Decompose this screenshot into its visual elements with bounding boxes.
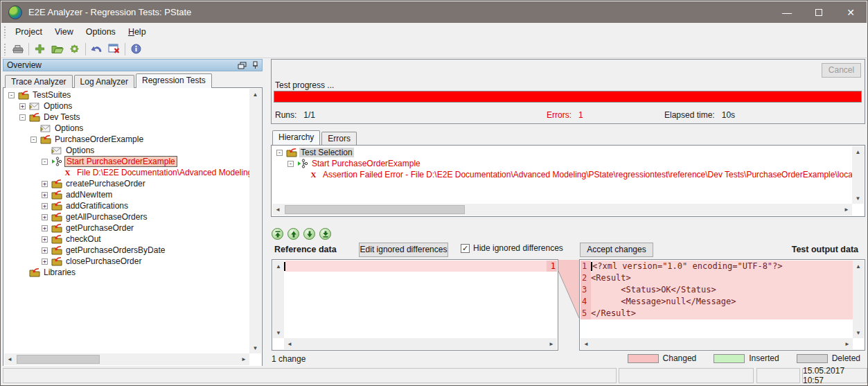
expand-icon[interactable]: + xyxy=(42,192,48,198)
scrollbar-thumb[interactable] xyxy=(285,205,465,214)
reference-vertical-scrollbar[interactable]: ▲ ▼ xyxy=(273,261,284,338)
tab-regression-tests[interactable]: Regression Tests xyxy=(136,73,212,88)
tree-item-options[interactable]: Options xyxy=(4,123,249,134)
undo-button[interactable] xyxy=(88,41,105,57)
results-vertical-scrollbar[interactable]: ▲ ▼ xyxy=(852,146,864,204)
suite-icon xyxy=(51,201,62,211)
results-horizontal-scrollbar[interactable]: ◄ ► xyxy=(272,204,852,216)
expand-icon[interactable]: + xyxy=(42,225,48,231)
tree-item-getpurchaseorder[interactable]: +getPurchaseOrder xyxy=(4,222,249,234)
tree-item-label: Libraries xyxy=(42,267,77,277)
open-folder-button[interactable] xyxy=(48,41,66,57)
scroll-right-icon[interactable]: ► xyxy=(238,354,249,365)
tree-item-addnewitem[interactable]: +addNewItem xyxy=(4,189,249,200)
tab-log-analyzer[interactable]: Log Analyzer xyxy=(74,75,134,88)
scroll-right-icon[interactable]: ► xyxy=(842,338,853,349)
scroll-down-icon[interactable]: ▼ xyxy=(853,327,864,338)
reference-data-content[interactable]: 1 xyxy=(284,261,557,338)
output-vertical-scrollbar[interactable]: ▲ ▼ xyxy=(853,261,864,338)
tree-item-checkout[interactable]: +checkOut xyxy=(4,234,249,245)
tree-item-closepurchaseorder[interactable]: +closePurchaseOrder xyxy=(4,256,249,267)
expand-icon[interactable]: + xyxy=(42,181,48,187)
menu-project[interactable]: Project xyxy=(9,24,48,40)
tree-item-file-d-e2e-documentation-advanced-modeli[interactable]: XFile D:\E2E Documentation\Advanced Mode… xyxy=(4,167,249,178)
expand-icon[interactable]: + xyxy=(42,258,48,265)
collapse-icon[interactable]: - xyxy=(42,159,48,165)
scroll-left-icon[interactable]: ◄ xyxy=(4,354,15,365)
first-difference-button[interactable] xyxy=(272,228,283,240)
expand-icon[interactable]: + xyxy=(42,236,48,243)
scroll-left-icon[interactable]: ◄ xyxy=(284,338,295,349)
last-difference-button[interactable] xyxy=(319,228,331,240)
maximize-button[interactable] xyxy=(803,1,835,23)
tree-item-test-selection[interactable]: -Test Selection xyxy=(272,147,852,158)
tree-item-getallpurchaseorders[interactable]: +getAllPurchaseOrders xyxy=(4,211,249,222)
tree-horizontal-scrollbar[interactable]: ◄ ► xyxy=(4,353,249,365)
minimize-button[interactable]: — xyxy=(771,1,803,23)
float-panel-icon[interactable] xyxy=(238,62,247,69)
scroll-down-icon[interactable]: ▼ xyxy=(273,327,284,338)
scroll-right-icon[interactable]: ► xyxy=(841,204,852,216)
tree-item-options[interactable]: Options xyxy=(4,145,249,156)
scrollbar-thumb[interactable] xyxy=(17,355,100,364)
tab-errors[interactable]: Errors xyxy=(321,132,357,145)
tree-item-options[interactable]: +Options xyxy=(4,100,249,112)
toolbar-grip[interactable] xyxy=(3,43,6,55)
expand-icon[interactable]: + xyxy=(42,247,48,254)
tree-item-label: addNewItem xyxy=(64,190,114,200)
tree-vertical-scrollbar[interactable]: ▲ ▼ xyxy=(249,89,261,353)
tree-item-purchaseorderexample[interactable]: -PurchaseOrderExample xyxy=(4,134,249,145)
tree-item-addgratifications[interactable]: +addGratifications xyxy=(4,200,249,211)
window-title: E2E Analyzer - Regression Tests: PState xyxy=(28,7,191,17)
scroll-right-icon[interactable]: ► xyxy=(546,338,557,349)
tree-item-testsuites[interactable]: -TestSuites xyxy=(4,89,249,100)
tab-trace-analyzer[interactable]: Trace Analyzer xyxy=(5,75,73,88)
collapse-icon[interactable]: - xyxy=(8,92,15,98)
log-error-button[interactable] xyxy=(105,41,123,57)
collapse-icon[interactable]: - xyxy=(287,161,294,167)
collapse-icon[interactable]: - xyxy=(276,150,283,156)
tree-item-assertion-failed-error-file-d-e2e-docume[interactable]: XAssertion Failed Error - File D:\E2E Do… xyxy=(272,169,852,180)
hide-ignored-label: Hide ignored differences xyxy=(473,243,563,253)
tree-item-start-purchaseorderexample[interactable]: -Start PurchaseOrderExample xyxy=(4,156,249,167)
cancel-button[interactable]: Cancel xyxy=(822,63,861,78)
tab-hierarchy[interactable]: Hierarchy xyxy=(272,130,320,145)
scroll-up-icon[interactable]: ▲ xyxy=(250,89,261,100)
expand-icon[interactable]: + xyxy=(19,103,26,109)
tree-item-start-purchaseorderexample[interactable]: -Start PurchaseOrderExample xyxy=(272,158,852,169)
scroll-up-icon[interactable]: ▲ xyxy=(273,261,284,272)
expand-icon[interactable]: + xyxy=(42,203,48,209)
pin-icon[interactable] xyxy=(252,61,258,69)
menu-help[interactable]: Help xyxy=(122,24,152,40)
collapse-icon[interactable]: - xyxy=(19,114,26,121)
output-horizontal-scrollbar[interactable]: ◄ ► xyxy=(581,338,853,349)
collapse-icon[interactable]: - xyxy=(30,137,37,143)
close-button[interactable]: ✕ xyxy=(835,1,867,23)
scroll-up-icon[interactable]: ▲ xyxy=(853,261,864,272)
edit-ignored-differences-button[interactable]: Edit ignored differences xyxy=(359,243,448,257)
tree-item-label: checkOut xyxy=(64,234,103,244)
settings-button[interactable] xyxy=(66,41,83,57)
scroll-left-icon[interactable]: ◄ xyxy=(272,204,283,216)
accept-changes-button[interactable]: Accept changes xyxy=(580,243,653,257)
menu-view[interactable]: View xyxy=(48,24,80,40)
scroll-down-icon[interactable]: ▼ xyxy=(250,342,261,353)
print-button[interactable] xyxy=(9,41,26,57)
add-button[interactable] xyxy=(31,41,48,57)
tree-item-getpurchaseordersbydate[interactable]: +getPurchaseOrdersByDate xyxy=(4,245,249,256)
hide-ignored-checkbox[interactable]: ✓ xyxy=(461,244,470,253)
scroll-down-icon[interactable]: ▼ xyxy=(853,193,864,204)
tree-item-createpurchaseorder[interactable]: +createPurchaseOrder xyxy=(4,178,249,189)
menu-options[interactable]: Options xyxy=(80,24,122,40)
expand-icon[interactable]: + xyxy=(42,214,48,220)
test-output-content[interactable]: 1<?xml version="1.0" encoding="UTF-8"?>2… xyxy=(581,261,853,338)
tree-item-libraries[interactable]: Libraries xyxy=(4,267,249,278)
reference-horizontal-scrollbar[interactable]: ◄ ► xyxy=(284,338,557,349)
tree-item-dev-tests[interactable]: -Dev Tests xyxy=(4,112,249,123)
previous-difference-button[interactable] xyxy=(287,228,299,240)
scroll-up-icon[interactable]: ▲ xyxy=(853,146,864,157)
next-difference-button[interactable] xyxy=(303,228,315,240)
menubar-grip[interactable] xyxy=(3,26,6,38)
info-button[interactable] xyxy=(127,41,145,57)
scroll-left-icon[interactable]: ◄ xyxy=(581,338,592,349)
